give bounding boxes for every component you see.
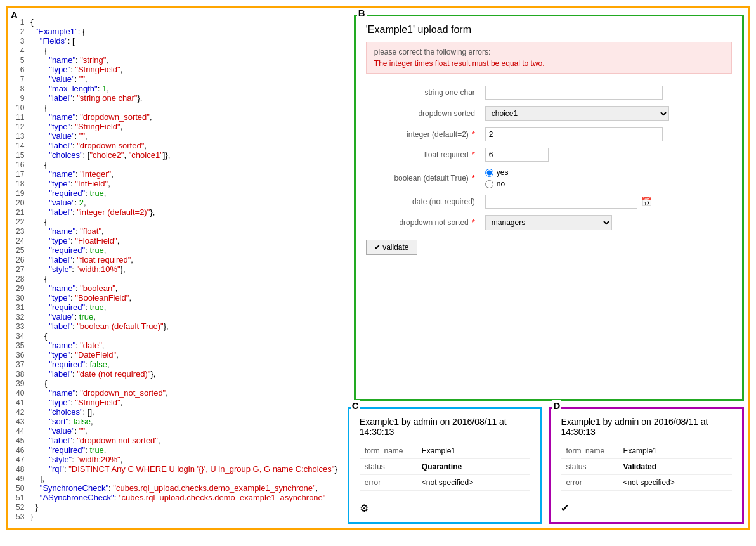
code-line-34: 34 { [16, 331, 337, 341]
code-line-35: 35 "name": "date", [16, 341, 337, 350]
code-line-42: 42 "choices": [], [16, 407, 337, 417]
record-c-row-status: status Quarantine [360, 459, 531, 475]
code-line-6: 6 "type": "StringField", [16, 65, 337, 74]
record-c-field-error: error [360, 475, 417, 491]
code-block: 1 { 2 "Example1": { 3 "Fields": [ [16, 17, 337, 521]
dropdown-not-sorted-select[interactable]: managers [485, 215, 612, 230]
required-star-integer: * [472, 130, 475, 139]
code-line-9: 9 "label": "string one char"}, [16, 93, 337, 103]
form-row-dropdown-not-sorted: dropdown not sorted * managers [366, 212, 732, 233]
record-d-table: form_name Example1 status Validated erro… [561, 443, 732, 491]
code-line-22: 22 { [16, 217, 337, 226]
code-line-4: 4 { [16, 46, 337, 55]
error-box: please correct the following errors: The… [366, 42, 732, 74]
form-row-float: float required * [366, 145, 732, 165]
record-d-row-form-name: form_name Example1 [561, 443, 732, 459]
record-d-row-status: status Validated [561, 459, 732, 475]
code-line-8: 8 "max_length": 1, [16, 84, 337, 93]
code-line-41: 41 "type": "StringField", [16, 398, 337, 407]
code-line-49: 49 ], [16, 474, 337, 483]
right-panels: B 'Example1' upload form please correct … [348, 15, 744, 524]
code-line-25: 25 "required": true, [16, 245, 337, 255]
gear-icon[interactable]: ⚙ [360, 502, 368, 514]
boolean-yes-label[interactable]: yes [485, 168, 727, 177]
code-line-11: 11 "name": "dropdown_sorted", [16, 112, 337, 122]
string-one-char-input[interactable] [485, 86, 663, 100]
record-c-title: Example1 by admin on 2016/08/11 at 14:30… [360, 417, 531, 437]
field-label-dropdown-sorted: dropdown sorted [366, 103, 480, 124]
code-line-16: 16 { [16, 160, 337, 169]
code-line-44: 44 "value": "", [16, 426, 337, 436]
record-d-value-form-name: Example1 [618, 443, 732, 459]
code-line-37: 37 "required": false, [16, 360, 337, 369]
section-label-d: D [552, 400, 561, 411]
code-line-5: 5 "name": "string", [16, 55, 337, 65]
record-c-row-error: error <not specified> [360, 475, 531, 491]
code-line-20: 20 "value": 2, [16, 198, 337, 207]
validate-button[interactable]: ✔ validate [366, 240, 417, 255]
code-line-32: 32 "value": true, [16, 312, 337, 322]
code-line-19: 19 "required": true, [16, 188, 337, 198]
code-line-33: 33 "label": "boolean (default True)"}, [16, 322, 337, 331]
field-label-integer: integer (default=2) * [366, 124, 480, 145]
code-line-43: 43 "sort": false, [16, 417, 337, 426]
field-label-date: date (not required) [366, 192, 480, 212]
record-d-row-error: error <not specified> [561, 475, 732, 491]
code-line-10: 10 { [16, 103, 337, 112]
code-line-23: 23 "name": "float", [16, 226, 337, 236]
form-row-integer: integer (default=2) * [366, 124, 732, 145]
boolean-yes-radio[interactable] [485, 169, 493, 177]
record-d-value-error: <not specified> [618, 475, 732, 491]
field-label-float: float required * [366, 145, 480, 165]
section-label-a: A [11, 10, 18, 20]
boolean-radio-group: yes no [485, 168, 727, 188]
record-d-value-status: Validated [618, 459, 732, 475]
field-input-cell-date: 📅 [480, 192, 732, 212]
code-line-15: 15 "choices": ["choice2", "choice1"]}, [16, 150, 337, 160]
boolean-no-label[interactable]: no [485, 179, 727, 188]
code-line-39: 39 { [16, 379, 337, 388]
dropdown-sorted-select[interactable]: choice1 choice2 [485, 106, 669, 121]
code-line-52: 52 } [16, 502, 337, 512]
main-wrapper: A 1 { 2 "Example1": { [6, 6, 750, 530]
record-c-value-status: Quarantine [417, 459, 531, 475]
code-line-38: 38 "label": "date (not required)"}, [16, 369, 337, 379]
field-input-cell-dropdown-sorted: choice1 choice2 [480, 103, 732, 124]
boolean-no-radio[interactable] [485, 180, 493, 188]
code-line-3: 3 "Fields": [ [16, 36, 337, 46]
code-line-2: 2 "Example1": { [16, 27, 337, 36]
section-label-c: C [351, 400, 360, 411]
code-line-24: 24 "type": "FloatField", [16, 236, 337, 245]
integer-input[interactable] [485, 127, 663, 141]
record-d-field-form-name: form_name [561, 443, 618, 459]
record-d-field-status: status [561, 459, 618, 475]
code-line-40: 40 "name": "dropdown_not_sorted", [16, 388, 337, 398]
code-line-29: 29 "name": "boolean", [16, 283, 337, 293]
code-line-12: 12 "type": "StringField", [16, 122, 337, 131]
form-title: 'Example1' upload form [366, 24, 732, 36]
record-d-title: Example1 by admin on 2016/08/11 at 14:30… [561, 417, 732, 437]
record-c-field-form-name: form_name [360, 443, 417, 459]
code-line-7: 7 "value": "", [16, 74, 337, 84]
code-line-51: 51 "ASynchroneCheck": "cubes.rql_upload.… [16, 493, 337, 502]
code-line-31: 31 "required": true, [16, 302, 337, 312]
form-row-date: date (not required) 📅 [366, 192, 732, 212]
record-c-icon-area: ⚙ [360, 497, 531, 514]
form-row-boolean: boolean (default True) * yes no [366, 165, 732, 192]
record-d-field-error: error [561, 475, 618, 491]
code-line-14: 14 "label": "dropdown sorted", [16, 141, 337, 150]
panel-a: 1 { 2 "Example1": { 3 "Fields": [ [12, 15, 341, 524]
validate-button-area: ✔ validate [366, 240, 732, 255]
code-line-13: 13 "value": "", [16, 131, 337, 141]
record-c-field-status: status [360, 459, 417, 475]
code-line-21: 21 "label": "integer (default=2)"}, [16, 207, 337, 217]
date-input[interactable] [485, 195, 637, 209]
float-input[interactable] [485, 148, 549, 162]
required-star-dropdown-not-sorted: * [472, 218, 475, 227]
code-line-26: 26 "label": "float required", [16, 255, 337, 264]
error-title: please correct the following errors: [374, 48, 724, 56]
panel-c: C Example1 by admin on 2016/08/11 at 14:… [348, 407, 543, 524]
calendar-icon[interactable]: 📅 [641, 197, 652, 207]
bottom-panels: C Example1 by admin on 2016/08/11 at 14:… [348, 407, 744, 524]
code-line-47: 47 "style": "width:20%", [16, 455, 337, 464]
